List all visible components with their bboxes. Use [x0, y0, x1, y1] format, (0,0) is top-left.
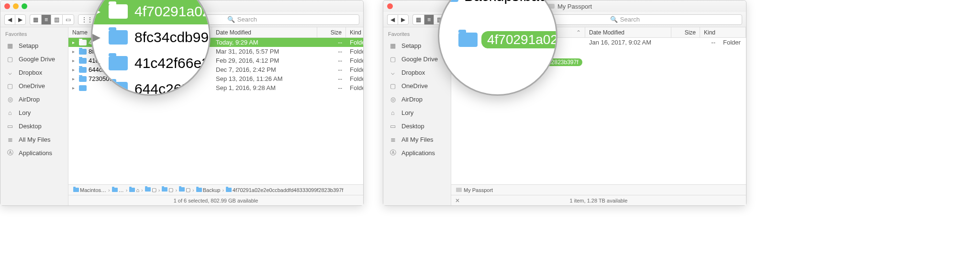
col-date[interactable]: Date Modified: [585, 27, 671, 37]
dropbox-icon: ⌵: [5, 68, 15, 77]
folder-icon: ▢: [388, 54, 398, 64]
sidebar-item-lory[interactable]: ⌂Lory: [383, 106, 451, 119]
col-kind[interactable]: Kind: [700, 27, 746, 37]
view-icon-button[interactable]: ▦: [412, 14, 424, 25]
sidebar-item-airdrop[interactable]: ◎AirDrop: [383, 92, 451, 106]
sidebar-item-label: Setapp: [19, 42, 38, 49]
sidebar-item-onedrive[interactable]: ▢OneDrive: [383, 79, 451, 92]
sidebar-item-google-drive[interactable]: ▢Google Drive: [0, 52, 68, 66]
toolbar: ◀ ▶ ▦ ≡ ▥ ▭ ⋮⋮ ▾ ⚙ ▾ 🔍 Search: [383, 12, 746, 27]
back-button[interactable]: ◀: [387, 14, 398, 25]
sidebar-item-lory[interactable]: ⌂Lory: [0, 106, 68, 119]
col-size[interactable]: Size: [671, 27, 700, 37]
allfiles-icon: ≣: [5, 135, 15, 144]
folder-icon: [79, 85, 87, 91]
sidebar-item-label: Lory: [401, 109, 413, 116]
path-segment[interactable]: ▢: [145, 187, 156, 193]
sidebar-item-label: Lory: [19, 109, 31, 116]
col-size[interactable]: Size: [317, 27, 346, 37]
path-segment[interactable]: Backup: [196, 187, 221, 193]
sidebar-item-label: Setapp: [401, 42, 421, 49]
path-bar[interactable]: Macintos…›…›⌂›▢›▢›▢›Backup›4f70291a02e2e…: [68, 184, 363, 195]
folder-icon: [79, 58, 87, 64]
sidebar-item-label: Dropbox: [401, 69, 425, 76]
col-date[interactable]: Date Modified: [212, 27, 317, 37]
sidebar-item-label: AirDrop: [401, 96, 423, 103]
sidebar-item-label: Dropbox: [19, 69, 42, 76]
sidebar-item-label: Applications: [19, 149, 52, 157]
sidebar-item-label: Google Drive: [401, 56, 438, 63]
dropbox-icon: ⌵: [388, 68, 398, 77]
sidebar-item-label: Google Drive: [19, 56, 55, 63]
finder-window-right: My Passport ◀ ▶ ▦ ≡ ▥ ▭ ⋮⋮ ▾ ⚙ ▾ 🔍 Searc…: [383, 0, 746, 206]
folder-icon: [79, 40, 87, 45]
sidebar-item-dropbox[interactable]: ⌵Dropbox: [383, 66, 451, 79]
sidebar-item-onedrive[interactable]: ▢OneDrive: [0, 79, 68, 92]
sidebar-item-applications[interactable]: ⒶApplications: [0, 146, 68, 159]
path-segment[interactable]: ▢: [162, 187, 173, 193]
status-bar: ✕ 1 item, 1.28 TB available: [451, 195, 746, 205]
path-segment[interactable]: …: [112, 187, 124, 193]
sidebar-heading: Favorites: [0, 30, 68, 39]
sidebar: Favorites ▦Setapp▢Google Drive⌵Dropbox▢O…: [0, 27, 68, 205]
search-icon: 🔍: [610, 16, 618, 23]
close-window-button[interactable]: [387, 3, 393, 9]
airdrop-icon: ◎: [388, 94, 398, 104]
path-segment[interactable]: 4f70291a02e2e0ccbaddfd48333099f2823b397f: [226, 187, 343, 193]
folder-icon: ▢: [388, 81, 398, 90]
table-row[interactable]: ▸Sep 1, 2016, 9:28 AM--Folder: [68, 83, 363, 92]
apps-icon: Ⓐ: [5, 148, 15, 158]
folder-icon: ▢: [5, 54, 15, 64]
sidebar-item-label: OneDrive: [19, 82, 45, 90]
close-icon[interactable]: ✕: [455, 197, 460, 204]
sidebar-item-setapp[interactable]: ▦Setapp: [0, 39, 68, 52]
view-gallery-button[interactable]: ▭: [62, 14, 74, 25]
desktop-icon: ▭: [5, 121, 15, 131]
path-segment[interactable]: ▢: [179, 187, 190, 193]
grid-icon: ▦: [5, 41, 15, 50]
sidebar-item-dropbox[interactable]: ⌵Dropbox: [0, 66, 68, 79]
titlebar[interactable]: My Passport: [383, 0, 746, 12]
home-icon: ⌂: [5, 108, 15, 117]
apps-icon: Ⓐ: [388, 148, 398, 158]
path-bar[interactable]: My Passport: [451, 184, 746, 195]
sidebar-item-label: OneDrive: [401, 82, 428, 90]
desktop-icon: ▭: [388, 121, 398, 131]
grid-icon: ▦: [388, 41, 398, 50]
sidebar-item-desktop[interactable]: ▭Desktop: [383, 119, 451, 133]
back-button[interactable]: ◀: [4, 14, 15, 25]
sidebar-item-label: All My Files: [19, 136, 50, 143]
sidebar-item-label: Desktop: [401, 123, 424, 130]
view-list-button[interactable]: ≡: [424, 14, 434, 25]
folder-icon: [79, 76, 87, 82]
path-segment[interactable]: Macintos…: [73, 187, 106, 193]
status-bar: 1 of 6 selected, 802.99 GB available: [68, 195, 363, 205]
forward-button[interactable]: ▶: [398, 14, 409, 25]
sidebar-item-desktop[interactable]: ▭Desktop: [0, 119, 68, 133]
search-icon: 🔍: [227, 16, 235, 23]
sidebar-item-label: All My Files: [401, 136, 433, 143]
sidebar-item-airdrop[interactable]: ◎AirDrop: [0, 92, 68, 106]
folder-icon: ▢: [5, 81, 15, 90]
forward-button[interactable]: ▶: [15, 14, 26, 25]
allfiles-icon: ≣: [388, 135, 398, 144]
view-column-button[interactable]: ▥: [51, 14, 62, 25]
folder-icon: [79, 49, 87, 55]
path-segment[interactable]: ⌂: [129, 187, 139, 193]
sidebar-item-label: Applications: [401, 149, 435, 157]
sidebar-item-label: AirDrop: [19, 96, 40, 103]
sidebar-item-all-my-files[interactable]: ≣All My Files: [0, 133, 68, 146]
sidebar-item-all-my-files[interactable]: ≣All My Files: [383, 133, 451, 146]
view-list-button[interactable]: ≡: [41, 14, 51, 25]
close-window-button[interactable]: [4, 3, 10, 9]
col-kind[interactable]: Kind: [346, 27, 363, 37]
airdrop-icon: ◎: [5, 94, 15, 104]
folder-icon: [79, 67, 87, 73]
sidebar-item-applications[interactable]: ⒶApplications: [383, 146, 451, 159]
sidebar-item-label: Desktop: [19, 123, 42, 130]
home-icon: ⌂: [388, 108, 398, 117]
view-icon-button[interactable]: ▦: [30, 14, 41, 25]
